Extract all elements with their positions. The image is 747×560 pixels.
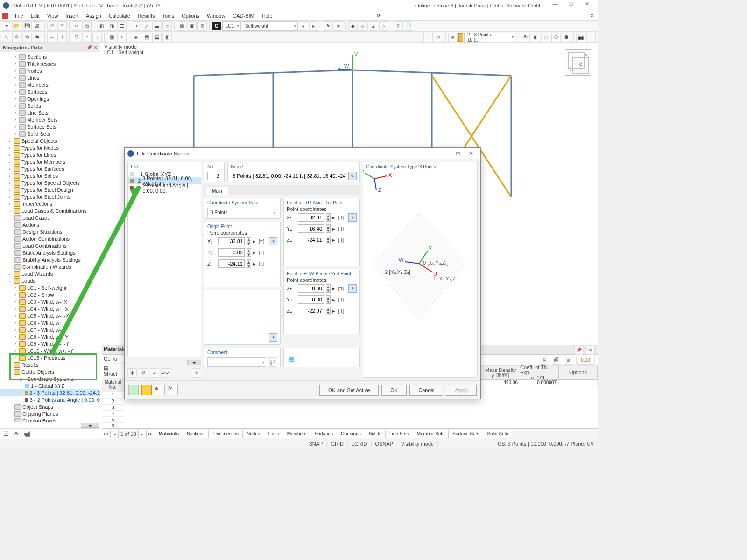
list-copy-button[interactable]: ⧉ — [139, 368, 148, 378]
name-input[interactable] — [231, 172, 346, 180]
btab-member-sets[interactable]: Member Sets — [413, 430, 449, 438]
tb2-vis5[interactable]: ⬢ — [562, 33, 571, 42]
nav-eye-icon[interactable]: 👁 — [14, 431, 19, 437]
tb-report[interactable]: 📄 — [404, 21, 413, 31]
tree-item[interactable]: ›LC7 - Wind, w-, Y — [0, 326, 100, 333]
tb2-hinge[interactable]: ○ — [82, 33, 92, 42]
tb2-mirror[interactable]: ⇋ — [33, 33, 42, 42]
tb2-side[interactable]: ◧ — [162, 33, 172, 42]
btab-last[interactable]: ⏭ — [147, 430, 155, 438]
tb-member-icon[interactable]: ▬ — [152, 21, 162, 31]
struct-btn[interactable]: ▦ Struct — [102, 364, 124, 378]
tree-item[interactable]: Object Snaps — [0, 403, 100, 410]
menu-help[interactable]: Help — [258, 13, 276, 19]
tree-item[interactable]: Design Situations — [0, 228, 100, 235]
tree-item[interactable]: Load Combinations — [0, 242, 100, 249]
tree-item[interactable]: ›LC9 - Wind, w-, -Y — [0, 340, 100, 347]
name-edit-icon[interactable]: ✎ — [348, 172, 357, 180]
tree-item[interactable]: ›Special Objects — [0, 137, 100, 144]
dialog-minimize[interactable]: — — [438, 150, 451, 157]
btab-surface-sets[interactable]: Surface Sets — [448, 430, 483, 438]
tb2-extra[interactable]: ⋯ — [586, 33, 596, 42]
mat-tb2[interactable]: 🗐 — [552, 356, 561, 365]
btab-nodes[interactable]: Nodes — [242, 430, 264, 438]
color-button[interactable] — [141, 385, 152, 395]
menu-insert[interactable]: Insert — [62, 13, 82, 19]
tb2-plane[interactable]: ▱ — [434, 33, 443, 42]
list-item[interactable]: 32 Points and Angle | 0.00, 0.00, — [128, 184, 201, 191]
dialog-maximize[interactable]: □ — [451, 150, 465, 157]
mdi-min-icon[interactable]: — — [481, 13, 489, 18]
tb-render3[interactable]: ▲ — [369, 21, 378, 31]
lc-number-combo[interactable]: LC1 — [222, 21, 241, 31]
tb2-move[interactable]: ✥ — [12, 33, 21, 42]
tree-item[interactable]: ›Surface Sets — [0, 123, 100, 130]
tb-view3[interactable]: ▤ — [197, 21, 207, 31]
status-snap[interactable]: SNAP — [305, 441, 327, 447]
tb2-vis2[interactable]: ◐ — [531, 33, 540, 42]
tree-item[interactable]: ›Solids — [0, 102, 100, 109]
y2-spinner[interactable]: ▴▾ — [326, 295, 331, 304]
z1-input[interactable] — [298, 236, 324, 244]
btab-solids[interactable]: Solids — [365, 430, 386, 438]
tree-item[interactable]: ›LC6 - Wind, w+, -X — [0, 319, 100, 326]
tree-item[interactable]: ›Solid Sets — [0, 130, 100, 137]
tree-item[interactable]: ›Types for Steel Design — [0, 186, 100, 193]
menu-assign[interactable]: Assign — [82, 13, 105, 19]
ok-button[interactable]: OK — [381, 385, 407, 396]
btab-first[interactable]: ⏮ — [102, 430, 110, 438]
status-lgrid[interactable]: LGRID — [348, 441, 372, 447]
tb-copy-icon[interactable]: ⧉ — [82, 21, 92, 31]
tb-render4[interactable]: △ — [379, 21, 388, 31]
tree-item[interactable]: ›Members — [0, 81, 100, 88]
tb2-front[interactable]: ⬓ — [152, 33, 162, 42]
comment-combo[interactable] — [207, 357, 266, 367]
tb-filter2[interactable]: ★ — [334, 21, 343, 31]
z2-input[interactable] — [298, 307, 324, 315]
lc-name-combo[interactable]: Self-weight — [242, 21, 298, 31]
tb2-grid[interactable]: ▦ — [107, 33, 116, 42]
tb2-support[interactable]: ▽ — [72, 33, 81, 42]
btab-surfaces[interactable]: Surfaces — [310, 430, 337, 438]
x2-input[interactable] — [298, 284, 324, 293]
tb2-rotate[interactable]: ⟲ — [22, 33, 32, 42]
tree-item[interactable]: Load Cases — [0, 214, 100, 221]
tree-item[interactable]: ›Types for Steel Joints — [0, 193, 100, 200]
tb-open-icon[interactable]: 📂 — [12, 21, 21, 31]
tree-item[interactable]: ›Types for Nodes — [0, 144, 100, 151]
tb-surf-icon[interactable]: ▭ — [162, 21, 172, 31]
tree-item[interactable]: ›LC10 - Wind, w+, -Y — [0, 347, 100, 354]
dialog-titlebar[interactable]: Edit Coordinate System — □ ✕ — [125, 148, 480, 159]
tb-new-icon[interactable]: ▾ — [2, 21, 11, 31]
tb2-iso[interactable]: ◈ — [132, 33, 141, 42]
tree-item[interactable]: ›Member Sets — [0, 116, 100, 123]
menu-cadbim[interactable]: CAD-BIM — [229, 13, 258, 19]
tb-view1[interactable]: ▦ — [177, 21, 186, 31]
tb-render2[interactable]: ◇ — [359, 21, 368, 31]
z0-input[interactable] — [218, 259, 245, 268]
status-grid[interactable]: GRID — [327, 441, 348, 447]
tree-item[interactable]: ›LC15 - Prestress — [0, 354, 100, 361]
list-check-button[interactable]: ✔ — [150, 368, 159, 378]
tree-item[interactable]: ›Types for Solids — [0, 172, 100, 179]
tb2-vis4[interactable]: ⬡ — [551, 33, 561, 42]
x1-spinner[interactable]: ▴▾ — [326, 213, 331, 222]
cstype-combo[interactable]: 3 Points — [207, 208, 277, 217]
origin-pick-icon[interactable]: ⌖ — [269, 237, 277, 245]
tree-item[interactable]: ›Sections — [0, 53, 100, 60]
cs-combo[interactable]: 2 - 3 Points | 10.0… — [464, 33, 515, 42]
z1-spinner[interactable]: ▴▾ — [326, 236, 331, 244]
app-menu-icon[interactable] — [2, 13, 8, 19]
tb-save-icon[interactable]: 💾 — [22, 21, 32, 31]
btab-next[interactable]: ▸ — [138, 430, 147, 438]
tb2-cube[interactable]: ⬚ — [423, 33, 433, 42]
tb2-vis3[interactable]: ◌ — [541, 33, 550, 42]
list-checkall-button[interactable]: ✔✔ — [161, 368, 170, 378]
tb-calc[interactable]: ∑ — [394, 21, 403, 31]
table-row[interactable]: 490.060.000007 — [481, 380, 598, 387]
list-delete-button[interactable]: ✕ — [192, 368, 201, 378]
menu-calculate[interactable]: Calculate — [105, 13, 134, 19]
y1-input[interactable] — [298, 224, 324, 233]
no-input[interactable] — [207, 172, 221, 180]
tree-item[interactable]: Combination Wizards — [0, 263, 100, 270]
